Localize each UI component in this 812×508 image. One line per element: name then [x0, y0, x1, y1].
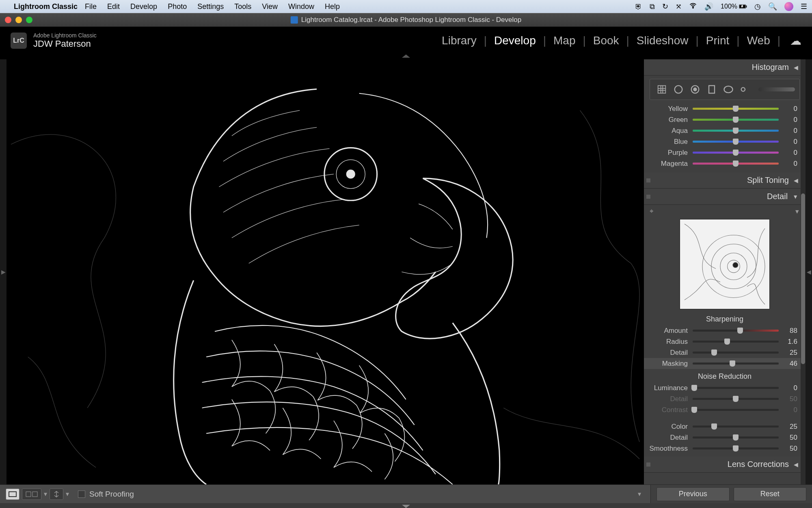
module-develop[interactable]: Develop: [491, 34, 539, 47]
sync-icon[interactable]: ⤧: [676, 2, 682, 11]
hue-yellow-slider[interactable]: Yellow0: [644, 103, 806, 114]
filmstrip-handle[interactable]: [0, 503, 812, 508]
menu-window[interactable]: Window: [288, 2, 314, 11]
volume-icon[interactable]: 🔊: [704, 2, 713, 11]
traffic-lights[interactable]: [5, 17, 32, 23]
histogram-panel-header[interactable]: Histogram ◀: [644, 59, 806, 76]
module-library[interactable]: Library: [438, 34, 480, 47]
split-toning-panel-header[interactable]: Split Toning ◀: [644, 172, 806, 189]
slider-thumb[interactable]: [724, 339, 730, 345]
slider-thumb[interactable]: [691, 407, 697, 413]
control-center-icon[interactable]: ☰: [801, 2, 807, 11]
hue-green-slider[interactable]: Green0: [644, 114, 806, 125]
slider-thumb[interactable]: [733, 106, 739, 112]
slider-track[interactable]: [693, 119, 779, 121]
panel-switch-icon[interactable]: [646, 462, 650, 467]
shield-icon[interactable]: ⛨: [635, 2, 642, 11]
hue-blue-slider[interactable]: Blue0: [644, 136, 806, 147]
exposure-mini-slider[interactable]: [758, 87, 795, 91]
slider-thumb[interactable]: [733, 161, 739, 167]
close-window-button[interactable]: [5, 17, 11, 23]
redeye-tool-icon[interactable]: [688, 82, 702, 97]
sharpening-masking-slider[interactable]: Masking46: [644, 358, 806, 369]
user-avatar-icon[interactable]: [784, 2, 793, 11]
wifi-icon[interactable]: [689, 2, 697, 12]
swap-menu-icon[interactable]: ▾: [66, 490, 69, 498]
hue-magenta-slider[interactable]: Magenta0: [644, 158, 806, 169]
menu-edit[interactable]: Edit: [107, 2, 120, 11]
identity-plate[interactable]: Adobe Lightroom Classic JDW Paterson: [33, 32, 97, 49]
noise-contrast-slider[interactable]: Contrast0: [644, 404, 806, 415]
hue-purple-slider[interactable]: Purple0: [644, 147, 806, 158]
detail-target-icon[interactable]: ⌖: [650, 207, 654, 215]
noise-smoothness-slider[interactable]: Smoothness50: [644, 443, 806, 454]
spotlight-icon[interactable]: 🔍: [768, 2, 777, 11]
box-icon[interactable]: ⧉: [650, 2, 655, 11]
slider-track[interactable]: [693, 447, 779, 449]
panel-switch-icon[interactable]: [646, 178, 650, 182]
crop-tool-icon[interactable]: [654, 82, 669, 97]
slider-track[interactable]: [693, 409, 779, 411]
module-web[interactable]: Web: [744, 34, 773, 47]
slider-track[interactable]: [693, 387, 779, 389]
menu-view[interactable]: View: [262, 2, 278, 11]
menu-settings[interactable]: Settings: [197, 2, 224, 11]
detail-panel-header[interactable]: Detail ▼: [644, 189, 806, 205]
menu-develop[interactable]: Develop: [130, 2, 157, 11]
slider-thumb[interactable]: [730, 360, 735, 367]
slider-track[interactable]: [693, 330, 779, 332]
hue-aqua-slider[interactable]: Aqua0: [644, 125, 806, 136]
panel-switch-icon[interactable]: [646, 195, 650, 199]
sharpening-amount-slider[interactable]: Amount88: [644, 325, 806, 336]
toolbar-options-icon[interactable]: ▾: [634, 489, 645, 499]
slider-track[interactable]: [693, 398, 779, 400]
panel-scrollbar[interactable]: [801, 59, 806, 484]
slider-thumb[interactable]: [691, 385, 697, 391]
module-book[interactable]: Book: [590, 34, 622, 47]
module-map[interactable]: Map: [550, 34, 579, 47]
slider-thumb[interactable]: [733, 139, 739, 145]
slider-track[interactable]: [693, 363, 779, 365]
slider-thumb[interactable]: [711, 423, 717, 430]
reset-button[interactable]: Reset: [734, 487, 807, 501]
app-menu[interactable]: Lightroom Classic: [14, 2, 78, 11]
sharpening-detail-slider[interactable]: Detail25: [644, 347, 806, 358]
slider-track[interactable]: [693, 436, 779, 439]
spot-removal-tool-icon[interactable]: [671, 82, 686, 97]
slider-track[interactable]: [693, 130, 779, 132]
graduated-filter-tool-icon[interactable]: [704, 82, 719, 97]
lens-corrections-panel-header[interactable]: Lens Corrections ◀: [644, 456, 806, 473]
menu-photo[interactable]: Photo: [168, 2, 187, 11]
before-after-menu-icon[interactable]: ▾: [44, 490, 47, 498]
detail-preview[interactable]: [680, 219, 770, 309]
brush-tool-icon[interactable]: [738, 82, 752, 97]
previous-button[interactable]: Previous: [657, 487, 730, 501]
menu-help[interactable]: Help: [325, 2, 340, 11]
slider-thumb[interactable]: [711, 350, 717, 356]
slider-thumb[interactable]: [737, 328, 743, 334]
slider-track[interactable]: [693, 426, 779, 428]
menu-tools[interactable]: Tools: [234, 2, 251, 11]
noise-color-slider[interactable]: Color25: [644, 421, 806, 432]
soft-proofing-checkbox[interactable]: Soft Proofing: [78, 490, 134, 499]
slider-thumb[interactable]: [733, 434, 739, 441]
noise-luminance-slider[interactable]: Luminance0: [644, 382, 806, 393]
left-panel-handle[interactable]: ▶: [0, 59, 6, 484]
slider-thumb[interactable]: [733, 445, 739, 452]
top-panel-handle[interactable]: [0, 54, 812, 59]
slider-track[interactable]: [693, 141, 779, 143]
module-slideshow[interactable]: Slideshow: [633, 34, 692, 47]
slider-thumb[interactable]: [733, 150, 739, 156]
slider-track[interactable]: [693, 341, 779, 343]
slider-track[interactable]: [693, 108, 779, 110]
noise-detail-slider[interactable]: Detail50: [644, 432, 806, 443]
slider-track[interactable]: [693, 352, 779, 354]
radial-filter-tool-icon[interactable]: [721, 82, 736, 97]
before-after-button[interactable]: [22, 488, 41, 500]
clock-icon[interactable]: ◷: [754, 2, 761, 11]
slider-thumb[interactable]: [733, 117, 739, 123]
loupe-view-button[interactable]: [6, 488, 19, 500]
slider-thumb[interactable]: [733, 396, 739, 402]
slider-track[interactable]: [693, 163, 779, 165]
slider-track[interactable]: [693, 152, 779, 154]
